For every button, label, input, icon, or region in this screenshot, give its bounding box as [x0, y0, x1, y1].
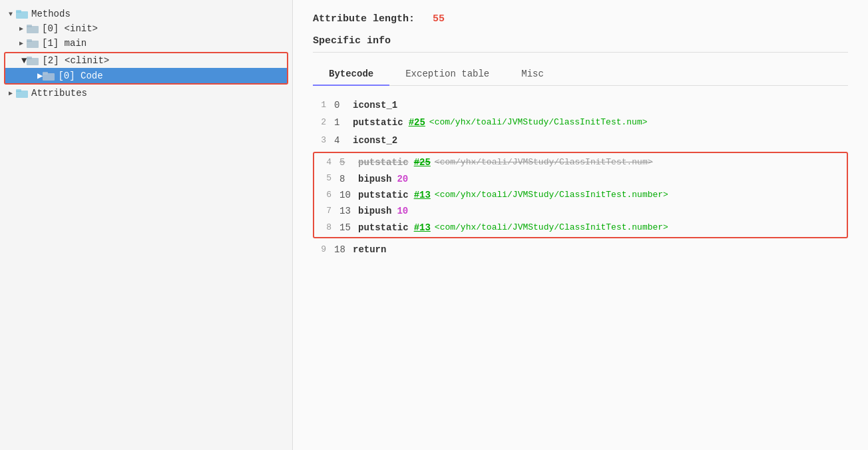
- sidebar-item-clinit[interactable]: ▼ [2] <clinit>: [5, 53, 287, 68]
- attribute-length-value: 55: [433, 13, 445, 25]
- bc-row-3: 3 4 iconst_2: [313, 132, 848, 149]
- bc-row-6: 6 10 putstatic #13 <com/yhx/toali/JVMStu…: [314, 187, 847, 203]
- folder-icon: [27, 24, 39, 33]
- arrow-icon: ▶: [16, 39, 27, 47]
- tab-bar: Bytecode Exception table Misc: [313, 63, 848, 86]
- bc-row-5: 5 8 bipush 20: [314, 171, 847, 187]
- tab-bytecode[interactable]: Bytecode: [313, 63, 389, 86]
- arrow-icon: ▶: [5, 89, 16, 97]
- folder-icon: [16, 89, 28, 98]
- sidebar-item-label: [1] main: [42, 38, 87, 49]
- sidebar-item-methods[interactable]: ▼ Methods: [0, 7, 292, 21]
- bc-row-1: 1 0 iconst_1: [313, 97, 848, 114]
- sidebar-item-code[interactable]: ▶ [0] Code: [5, 68, 287, 83]
- sidebar-item-main[interactable]: ▶ [1] main: [0, 36, 292, 51]
- arrow-icon: ▶: [37, 70, 43, 81]
- attribute-length-row: Attribute length: 55: [313, 13, 848, 25]
- sidebar-item-label: Attributes: [31, 88, 87, 99]
- sidebar-item-label: [0] <init>: [42, 23, 98, 34]
- bytecode-area: 1 0 iconst_1 2 1 putstatic #25 <com/yhx/…: [313, 97, 848, 259]
- sidebar-item-label: [2] <clinit>: [42, 55, 109, 66]
- svg-rect-11: [16, 89, 21, 92]
- arrow-icon: ▼: [5, 11, 16, 18]
- bc-row-4: 4 5 putstatic #25 <com/yhx/toali/JVMStud…: [314, 154, 847, 170]
- folder-icon: [16, 9, 28, 19]
- sidebar: ▼ Methods ▶ [0] <init> ▶ [1] main: [0, 0, 293, 450]
- svg-rect-1: [16, 10, 21, 13]
- bc-row-8: 8 15 putstatic #13 <com/yhx/toali/JVMStu…: [314, 220, 847, 236]
- clinit-group: ▼ [2] <clinit> ▶ [0] Code: [4, 52, 288, 85]
- arrow-icon: ▼: [21, 55, 27, 66]
- sidebar-item-label: [0] Code: [58, 71, 103, 81]
- sidebar-item-attributes[interactable]: ▶ Attributes: [0, 86, 292, 101]
- tab-misc[interactable]: Misc: [505, 63, 560, 86]
- bc-class: <com/yhx/toali/JVMStudy/ClassInitTest.nu…: [435, 156, 653, 170]
- svg-rect-9: [43, 72, 48, 75]
- specific-info-label: Specific info: [313, 35, 848, 53]
- red-box-group: 4 5 putstatic #25 <com/yhx/toali/JVMStud…: [313, 152, 848, 238]
- attribute-length-label: Attribute length:: [313, 13, 433, 25]
- folder-icon: [27, 39, 39, 48]
- folder-icon: [43, 71, 55, 81]
- svg-rect-7: [27, 57, 32, 59]
- sidebar-item-init[interactable]: ▶ [0] <init>: [0, 21, 292, 36]
- tab-exception-table[interactable]: Exception table: [389, 63, 505, 86]
- bc-row-9: 9 18 return: [313, 241, 848, 258]
- bc-row-2: 2 1 putstatic #25 <com/yhx/toali/JVMStud…: [313, 114, 848, 131]
- sidebar-item-label: Methods: [31, 9, 71, 19]
- bc-row-7: 7 13 bipush 10: [314, 203, 847, 219]
- svg-rect-5: [27, 39, 32, 42]
- arrow-icon: ▶: [16, 25, 27, 33]
- folder-icon: [27, 56, 39, 65]
- bc-ref: #25: [414, 155, 431, 170]
- content-area: Attribute length: 55 Specific info Bytec…: [293, 0, 868, 450]
- svg-rect-3: [27, 25, 32, 27]
